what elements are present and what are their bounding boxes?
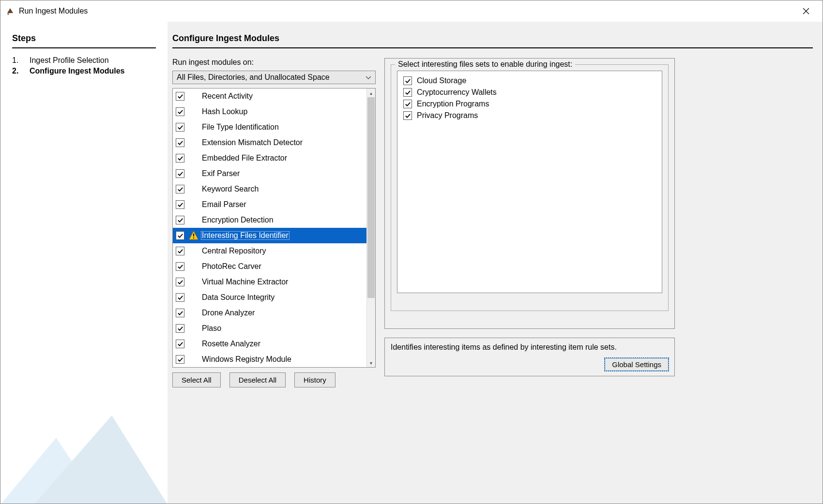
module-checkbox[interactable] <box>176 107 184 116</box>
module-checkbox[interactable] <box>176 278 184 286</box>
fileset-checkbox[interactable] <box>403 100 412 108</box>
module-list[interactable]: Recent ActivityHash LookupFile Type Iden… <box>173 89 366 367</box>
icon-spacer <box>188 168 199 179</box>
close-button[interactable] <box>794 3 818 19</box>
module-checkbox[interactable] <box>176 169 184 178</box>
fileset-item[interactable]: Cryptocurrency Wallets <box>401 87 658 98</box>
fileset-checkbox[interactable] <box>403 88 412 97</box>
module-label: Email Parser <box>201 200 247 209</box>
module-item[interactable]: Interesting Files Identifier <box>173 228 366 243</box>
scroll-thumb[interactable] <box>367 97 375 298</box>
wizard-body: Steps 1.Ingest Profile Selection2.Config… <box>0 22 823 504</box>
fileset-checkbox[interactable] <box>403 111 412 120</box>
module-item[interactable]: Rosette Analyzer <box>173 336 366 352</box>
filesets-legend: Select interesting files sets to enable … <box>395 60 575 69</box>
fileset-checkbox[interactable] <box>403 76 412 85</box>
module-item[interactable]: Email Parser <box>173 197 366 212</box>
dropdown-value: All Files, Directories, and Unallocated … <box>177 73 330 81</box>
icon-spacer <box>188 199 199 210</box>
fileset-item[interactable]: Privacy Programs <box>401 110 658 121</box>
module-label: Keyword Search <box>201 185 259 193</box>
module-checkbox[interactable] <box>176 123 184 132</box>
module-item[interactable]: PhotoRec Carver <box>173 259 366 274</box>
module-checkbox[interactable] <box>176 340 184 348</box>
icon-spacer <box>188 308 199 318</box>
svg-rect-4 <box>193 237 194 238</box>
module-label: Virtual Machine Extractor <box>201 278 289 286</box>
filesets-list[interactable]: Cloud StorageCryptocurrency WalletsEncry… <box>397 71 662 293</box>
icon-spacer <box>188 323 199 334</box>
fileset-item[interactable]: Encryption Programs <box>401 98 658 110</box>
global-settings-button[interactable]: Global Settings <box>605 358 669 371</box>
module-label: Encryption Detection <box>201 216 274 224</box>
module-label: Interesting Files Identifier <box>201 231 290 240</box>
module-item[interactable]: Drone Analyzer <box>173 305 366 321</box>
icon-spacer <box>188 339 199 349</box>
select-all-button[interactable]: Select All <box>172 372 221 387</box>
icon-spacer <box>188 354 199 365</box>
module-checkbox[interactable] <box>176 200 184 209</box>
steps-panel: Steps 1.Ingest Profile Selection2.Config… <box>0 22 168 504</box>
step-label: Ingest Profile Selection <box>30 56 109 65</box>
module-label: Plaso <box>201 324 222 333</box>
deselect-all-button[interactable]: Deselect All <box>229 372 286 387</box>
steps-heading: Steps <box>12 33 156 48</box>
module-item[interactable]: Exif Parser <box>173 166 366 181</box>
module-checkbox[interactable] <box>176 355 184 364</box>
module-checkbox[interactable] <box>176 92 184 101</box>
fileset-item[interactable]: Cloud Storage <box>401 75 658 87</box>
module-checkbox[interactable] <box>176 293 184 302</box>
module-checkbox[interactable] <box>176 216 184 224</box>
svg-point-0 <box>7 13 9 15</box>
module-label: Recent Activity <box>201 92 254 101</box>
icon-spacer <box>188 122 199 133</box>
icon-spacer <box>188 106 199 117</box>
module-checkbox[interactable] <box>176 247 184 255</box>
module-item[interactable]: Data Source Integrity <box>173 290 366 305</box>
scrollbar[interactable]: ▴ ▾ <box>366 89 375 367</box>
module-item[interactable]: Recent Activity <box>173 89 366 104</box>
icon-spacer <box>188 184 199 194</box>
module-checkbox[interactable] <box>176 138 184 147</box>
module-item[interactable]: File Type Identification <box>173 119 366 135</box>
history-button[interactable]: History <box>294 372 335 387</box>
fileset-label: Encryption Programs <box>417 100 489 108</box>
module-label: PhotoRec Carver <box>201 262 262 271</box>
run-on-dropdown[interactable]: All Files, Directories, and Unallocated … <box>172 71 376 84</box>
module-label: File Type Identification <box>201 123 280 132</box>
svg-rect-3 <box>193 234 194 237</box>
step-number: 1. <box>12 56 30 65</box>
module-item[interactable]: Virtual Machine Extractor <box>173 274 366 290</box>
module-label: Windows Registry Module <box>201 355 292 364</box>
module-label: Exif Parser <box>201 169 241 178</box>
scroll-down-icon[interactable]: ▾ <box>367 358 375 367</box>
module-item[interactable]: Encryption Detection <box>173 212 366 228</box>
watermark-graphic <box>0 408 168 504</box>
module-label: Data Source Integrity <box>201 293 275 302</box>
module-settings-panel: Select interesting files sets to enable … <box>384 58 675 329</box>
module-item[interactable]: Extension Mismatch Detector <box>173 135 366 150</box>
app-icon <box>5 6 15 16</box>
module-checkbox[interactable] <box>176 154 184 163</box>
module-item[interactable]: Plaso <box>173 321 366 336</box>
module-checkbox[interactable] <box>176 231 184 240</box>
module-item[interactable]: Hash Lookup <box>173 104 366 119</box>
module-checkbox[interactable] <box>176 262 184 271</box>
icon-spacer <box>188 261 199 272</box>
icon-spacer <box>188 215 199 225</box>
fileset-label: Cloud Storage <box>417 76 466 85</box>
icon-spacer <box>188 91 199 102</box>
module-item[interactable]: Embedded File Extractor <box>173 150 366 166</box>
fileset-label: Cryptocurrency Wallets <box>417 88 497 97</box>
icon-spacer <box>188 277 199 287</box>
module-checkbox[interactable] <box>176 324 184 333</box>
scroll-up-icon[interactable]: ▴ <box>367 89 375 97</box>
module-item[interactable]: Keyword Search <box>173 181 366 197</box>
module-label: Embedded File Extractor <box>201 154 288 163</box>
module-checkbox[interactable] <box>176 309 184 317</box>
chevron-down-icon <box>366 73 371 82</box>
module-item[interactable]: Central Repository <box>173 243 366 259</box>
module-checkbox[interactable] <box>176 185 184 193</box>
module-item[interactable]: Windows Registry Module <box>173 352 366 367</box>
module-label: Central Repository <box>201 247 267 255</box>
